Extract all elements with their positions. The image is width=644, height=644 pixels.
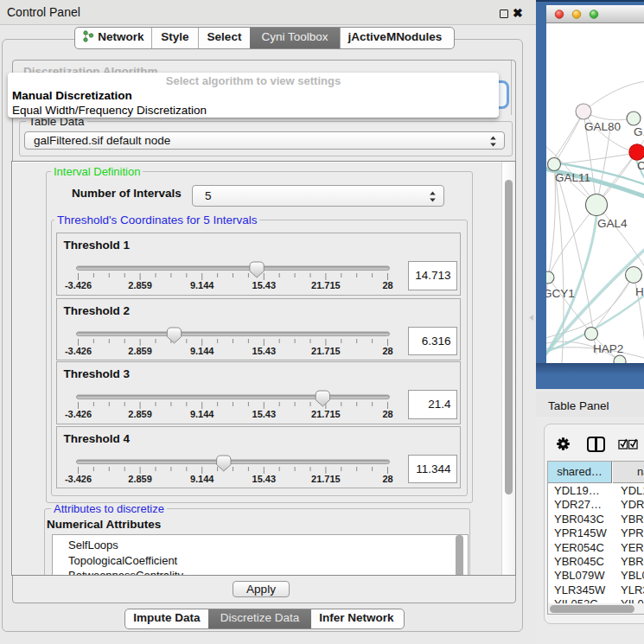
svg-text:21.715: 21.715 (311, 409, 341, 419)
svg-text:15.43: 15.43 (252, 409, 276, 419)
svg-text:9.144: 9.144 (189, 409, 214, 419)
svg-text:28: 28 (382, 409, 392, 419)
svg-text:9.144: 9.144 (189, 280, 214, 290)
svg-text:15.43: 15.43 (252, 280, 276, 290)
svg-text:2.859: 2.859 (128, 409, 152, 419)
svg-text:-3.426: -3.426 (64, 409, 91, 419)
svg-text:9.144: 9.144 (189, 473, 214, 483)
svg-text:-3.426: -3.426 (64, 473, 91, 483)
svg-text:21.715: 21.715 (311, 345, 341, 355)
svg-text:H: H (635, 285, 644, 298)
svg-text:GCY1: GCY1 (546, 287, 575, 300)
svg-text:28: 28 (382, 473, 392, 483)
svg-text:-3.426: -3.426 (64, 345, 91, 355)
svg-text:9.144: 9.144 (189, 345, 214, 355)
svg-text:15.43: 15.43 (252, 473, 276, 483)
svg-text:GAL80: GAL80 (584, 120, 621, 133)
svg-text:28: 28 (382, 280, 392, 290)
svg-text:28: 28 (382, 345, 392, 355)
svg-text:15.43: 15.43 (252, 345, 276, 355)
svg-text:GAL4: GAL4 (597, 217, 628, 230)
svg-text:2.859: 2.859 (128, 345, 152, 355)
svg-text:G.: G. (634, 125, 644, 138)
svg-text:2.859: 2.859 (128, 280, 152, 290)
svg-text:HAP2: HAP2 (593, 342, 623, 355)
svg-text:GAL11: GAL11 (555, 171, 590, 184)
svg-text:-3.426: -3.426 (64, 280, 91, 290)
svg-text:21.715: 21.715 (311, 473, 341, 483)
svg-text:21.715: 21.715 (311, 280, 341, 290)
svg-text:C: C (637, 159, 644, 172)
svg-text:2.859: 2.859 (128, 473, 152, 483)
